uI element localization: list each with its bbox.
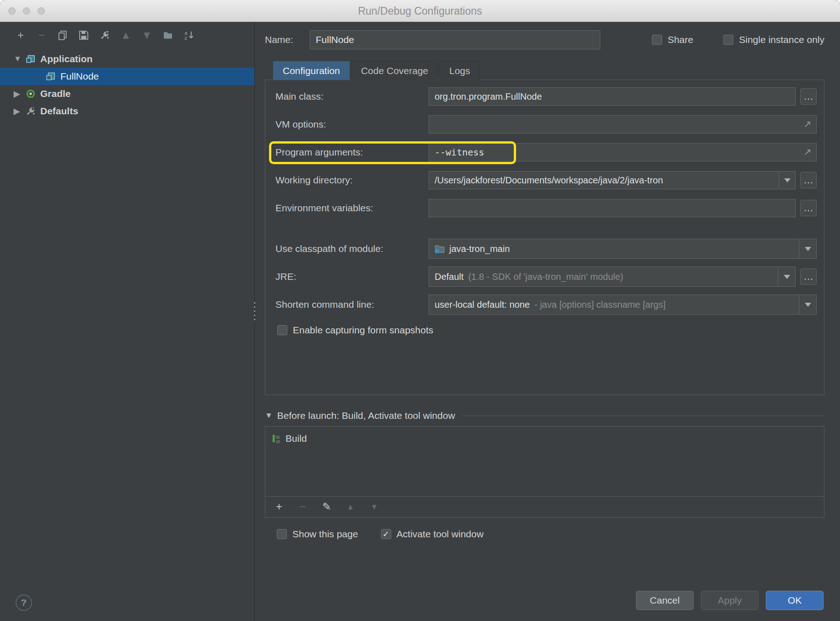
window-title: Run/Debug Configurations xyxy=(0,5,840,17)
tree-item-gradle[interactable]: ▶ Gradle xyxy=(0,85,254,102)
environment-variables-browse-button[interactable]: … xyxy=(800,200,817,216)
program-arguments-field[interactable]: --witness xyxy=(429,143,817,161)
titlebar[interactable]: Run/Debug Configurations xyxy=(0,0,840,22)
use-classpath-label: Use classpath of module: xyxy=(275,243,429,254)
ok-button[interactable]: OK xyxy=(766,591,824,610)
tab-logs[interactable]: Logs xyxy=(440,61,480,80)
svg-text:z: z xyxy=(184,36,187,40)
application-type-icon xyxy=(46,71,56,81)
ellipsis-icon: … xyxy=(803,271,813,283)
show-this-page-checkbox[interactable]: ✓ xyxy=(277,529,287,539)
chevron-down-icon[interactable]: ▼ xyxy=(14,54,26,64)
tab-code-coverage[interactable]: Code Coverage xyxy=(351,61,438,80)
svg-text:a: a xyxy=(184,31,187,36)
working-directory-browse-button[interactable]: … xyxy=(800,172,817,188)
show-this-page-label: Show this page xyxy=(292,529,358,540)
dropdown-arrow-icon[interactable] xyxy=(799,239,816,258)
gradle-icon xyxy=(26,89,36,99)
copy-configuration-icon[interactable] xyxy=(57,29,69,41)
environment-variables-field[interactable] xyxy=(429,199,796,217)
build-icon: 0110 xyxy=(272,434,281,444)
main-class-value: org.tron.program.FullNode xyxy=(435,91,542,102)
save-configuration-icon[interactable] xyxy=(78,29,90,41)
working-directory-row: Working directory: /Users/jackforest/Doc… xyxy=(275,170,817,190)
jre-row: JRE: Default (1.8 - SDK of 'java-tron_ma… xyxy=(275,267,817,287)
chevron-down-icon[interactable]: ▼ xyxy=(265,411,273,420)
expand-field-icon[interactable] xyxy=(803,120,812,131)
apply-button[interactable]: Apply xyxy=(701,591,759,610)
remove-configuration-icon[interactable]: − xyxy=(36,29,48,41)
help-icon: ? xyxy=(21,597,27,608)
tree-item-defaults[interactable]: ▶ Defaults xyxy=(0,102,254,120)
remove-task-icon[interactable]: − xyxy=(297,501,308,513)
activate-tool-window-checkbox[interactable]: ✓ xyxy=(381,529,391,539)
tree-item-fullnode[interactable]: FullNode xyxy=(0,68,254,85)
working-directory-value: /Users/jackforest/Documents/workspace/ja… xyxy=(435,175,779,186)
jre-label: JRE: xyxy=(275,271,429,282)
program-arguments-value: --witness xyxy=(435,147,484,158)
capture-snapshots-checkbox[interactable]: ✓ xyxy=(277,325,287,335)
tree-item-label: Gradle xyxy=(40,88,71,99)
tab-configuration[interactable]: Configuration xyxy=(273,61,350,80)
configuration-editor: Name: ✓ Share ✓ Single instance only Con… xyxy=(255,22,840,621)
move-up-icon[interactable]: ▲ xyxy=(120,29,132,41)
before-launch-item-build[interactable]: 0110 Build xyxy=(272,430,818,447)
dialog-buttons: Cancel Apply OK xyxy=(636,591,824,610)
divider xyxy=(462,416,824,416)
jre-hint: (1.8 - SDK of 'java-tron_main' module) xyxy=(468,272,623,282)
working-directory-field[interactable]: /Users/jackforest/Documents/workspace/ja… xyxy=(429,171,796,189)
main-class-row: Main class: org.tron.program.FullNode … xyxy=(275,86,817,107)
before-launch-toolbar: + − ✎ ▲ ▼ xyxy=(265,496,824,517)
single-instance-checkbox[interactable]: ✓ xyxy=(723,35,733,45)
name-label: Name: xyxy=(265,34,310,45)
tree-item-application[interactable]: ▼ Application xyxy=(0,50,254,68)
tree-item-label: Defaults xyxy=(40,106,78,117)
shorten-command-line-combo[interactable]: user-local default: none - java [options… xyxy=(429,294,817,315)
jre-browse-button[interactable]: … xyxy=(800,268,817,285)
move-task-down-icon[interactable]: ▼ xyxy=(369,503,380,512)
shorten-command-line-label: Shorten command line: xyxy=(275,299,429,310)
main-class-field[interactable]: org.tron.program.FullNode xyxy=(429,87,796,106)
sidebar-toolbar: + − ▲ ▼ az xyxy=(0,22,254,48)
expand-field-icon[interactable] xyxy=(803,148,812,159)
create-folder-icon[interactable] xyxy=(162,29,174,41)
configurations-sidebar: + − ▲ ▼ az xyxy=(0,22,255,621)
vm-options-field[interactable] xyxy=(429,115,817,134)
working-directory-label: Working directory: xyxy=(275,175,429,186)
sort-alphabetically-icon[interactable]: az xyxy=(183,29,195,41)
edit-defaults-wrench-icon[interactable] xyxy=(99,29,111,41)
config-tabs: Configuration Code Coverage Logs xyxy=(265,61,824,80)
program-arguments-row: Program arguments: --witness xyxy=(275,142,817,162)
main-class-browse-button[interactable]: … xyxy=(800,88,817,105)
before-launch-title: Before launch: Build, Activate tool wind… xyxy=(277,410,455,421)
jre-combo[interactable]: Default (1.8 - SDK of 'java-tron_main' m… xyxy=(429,267,796,287)
help-button[interactable]: ? xyxy=(16,594,32,611)
activate-tool-window-label: Activate tool window xyxy=(397,529,484,540)
cancel-button[interactable]: Cancel xyxy=(636,591,694,610)
name-input[interactable] xyxy=(310,30,600,49)
svg-text:01: 01 xyxy=(276,435,280,439)
share-checkbox[interactable]: ✓ xyxy=(652,35,662,45)
ellipsis-icon: … xyxy=(803,91,813,102)
footer-options: ✓ Show this page ✓ Activate tool window xyxy=(265,527,824,541)
before-launch-header[interactable]: ▼ Before launch: Build, Activate tool wi… xyxy=(265,409,824,423)
chevron-right-icon[interactable]: ▶ xyxy=(14,89,26,99)
defaults-wrench-icon xyxy=(26,106,36,116)
edit-task-icon[interactable]: ✎ xyxy=(321,501,332,513)
configuration-tab-panel: Main class: org.tron.program.FullNode … … xyxy=(265,80,824,395)
use-classpath-combo[interactable]: java-tron_main xyxy=(429,239,817,259)
name-row: Name: ✓ Share ✓ Single instance only xyxy=(265,30,824,49)
shorten-command-line-hint: - java [options] classname [args] xyxy=(534,300,666,310)
move-task-up-icon[interactable]: ▲ xyxy=(345,503,356,512)
dropdown-arrow-icon[interactable] xyxy=(778,267,795,286)
share-label: Share xyxy=(668,34,693,45)
move-down-icon[interactable]: ▼ xyxy=(141,29,153,41)
add-task-icon[interactable]: + xyxy=(274,501,285,513)
dropdown-arrow-icon[interactable] xyxy=(799,295,816,314)
main-class-label: Main class: xyxy=(275,91,429,102)
use-classpath-value: java-tron_main xyxy=(449,244,510,254)
add-configuration-icon[interactable]: + xyxy=(15,29,27,41)
jre-value: Default xyxy=(435,272,463,282)
working-directory-dropdown-icon[interactable] xyxy=(779,171,795,189)
chevron-right-icon[interactable]: ▶ xyxy=(14,107,26,116)
